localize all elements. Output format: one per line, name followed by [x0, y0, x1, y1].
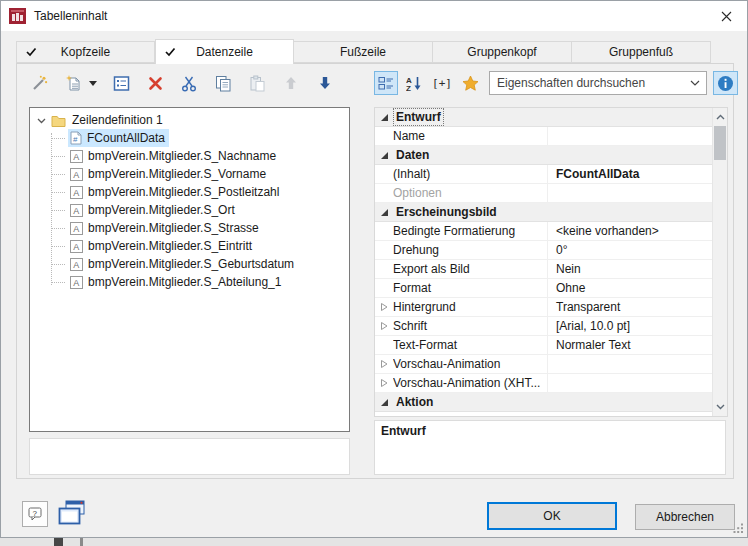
row-definition-tree: Zeilendefinition 1 # FCountAllData A bmp…: [29, 107, 350, 432]
property-row-bedingte-formatierung[interactable]: Bedingte Formatierung <keine vorhanden>: [375, 222, 712, 241]
chevron-down-icon[interactable]: [35, 116, 47, 125]
resize-grip[interactable]: [733, 523, 744, 534]
row-expander-icon[interactable]: [375, 279, 393, 297]
tree-item-bmpverein-mitglieder-s-ort[interactable]: A bmpVerein.Mitglieder.S_Ort: [30, 201, 349, 219]
format-wizard-icon[interactable]: [27, 71, 51, 95]
row-expander-icon[interactable]: [375, 317, 393, 335]
property-row-hintergrund[interactable]: Hintergrund Transparent: [375, 298, 712, 317]
row-expander-icon[interactable]: [375, 260, 393, 278]
tree-item-bmpverein-mitglieder-s-geburtsdatum[interactable]: A bmpVerein.Mitglieder.S_Geburtsdatum: [30, 255, 349, 273]
tree-item-fcountalldata[interactable]: # FCountAllData: [30, 129, 349, 147]
tree-item-bmpverein-mitglieder-s-postleitzahl[interactable]: A bmpVerein.Mitglieder.S_Postleitzahl: [30, 183, 349, 201]
tree-item-bmpverein-mitglieder-s-eintritt[interactable]: A bmpVerein.Mitglieder.S_Eintritt: [30, 237, 349, 255]
row-expander-icon[interactable]: [375, 374, 393, 392]
property-grid-scrollbar[interactable]: [712, 108, 727, 416]
cascade-windows-button[interactable]: [54, 497, 92, 529]
tab-kopfzeile[interactable]: Kopfzeile: [16, 41, 155, 63]
tab-gruppenfu[interactable]: Gruppenfuß: [572, 41, 711, 63]
tree-root-zeilendefinition[interactable]: Zeilendefinition 1: [30, 111, 349, 129]
cancel-button[interactable]: Abbrechen: [635, 504, 735, 530]
property-value[interactable]: FCountAllData: [547, 165, 712, 183]
property-value[interactable]: [Arial, 10.0 pt]: [547, 317, 712, 335]
close-button[interactable]: [705, 1, 747, 31]
tab-fu-zeile[interactable]: Fußzeile: [294, 41, 433, 63]
row-expander-icon[interactable]: [375, 127, 393, 145]
scroll-up-icon[interactable]: [713, 109, 727, 125]
property-row-text-format[interactable]: Text-Format Normaler Text: [375, 336, 712, 355]
row-expander-icon[interactable]: [375, 336, 393, 354]
tree-item-bmpverein-mitglieder-s-abteilung-1[interactable]: A bmpVerein.Mitglieder.S_Abteilung_1: [30, 273, 349, 291]
property-value[interactable]: Nein: [547, 260, 712, 278]
info-icon[interactable]: [713, 71, 738, 95]
expand-all-icon[interactable]: [+]: [430, 71, 454, 95]
property-row-name[interactable]: Name: [375, 127, 712, 146]
new-field-icon[interactable]: [61, 71, 85, 95]
move-down-icon[interactable]: [313, 71, 337, 95]
property-row-vorschau-animation[interactable]: Vorschau-Animation: [375, 355, 712, 374]
sort-az-icon[interactable]: AZ: [402, 71, 426, 95]
row-expander-icon[interactable]: [375, 184, 393, 202]
tree-item-bmpverein-mitglieder-s-strasse[interactable]: A bmpVerein.Mitglieder.S_Strasse: [30, 219, 349, 237]
scroll-down-icon[interactable]: [713, 399, 727, 415]
property-row-format[interactable]: Format Ohne: [375, 279, 712, 298]
property-value[interactable]: [547, 127, 712, 145]
new-field-dropdown-caret-icon[interactable]: [89, 71, 97, 95]
property-category-daten[interactable]: Daten: [375, 146, 712, 165]
paste-icon[interactable]: [245, 71, 269, 95]
property-value[interactable]: 0°: [547, 241, 712, 259]
delete-icon[interactable]: [143, 71, 167, 95]
ok-button[interactable]: OK: [487, 502, 617, 530]
tabstrip: Kopfzeile Datenzeile Fußzeile Gruppenkop…: [16, 39, 711, 64]
row-expander-icon[interactable]: [375, 298, 393, 316]
tab-gruppenkopf[interactable]: Gruppenkopf: [433, 41, 572, 63]
row-expander-icon[interactable]: [375, 241, 393, 259]
row-expander-icon[interactable]: [375, 165, 393, 183]
tab-datenzeile[interactable]: Datenzeile: [155, 39, 294, 64]
property-name: Name: [393, 127, 547, 145]
help-button[interactable]: ?: [22, 501, 48, 527]
cancel-button-label: Abbrechen: [656, 510, 714, 524]
property-row-export-als-bild[interactable]: Export als Bild Nein: [375, 260, 712, 279]
categorized-view-icon[interactable]: [374, 71, 398, 95]
text-field-icon: A: [70, 168, 83, 181]
cut-icon[interactable]: [177, 71, 201, 95]
property-value[interactable]: Normaler Text: [547, 336, 712, 354]
row-expander-icon[interactable]: [375, 355, 393, 373]
property-category-erscheinungsbild[interactable]: Erscheinungsbild: [375, 203, 712, 222]
background-window-strip: [0, 538, 748, 546]
tab-label: Fußzeile: [340, 45, 386, 59]
text-field-icon: A: [70, 258, 83, 271]
category-expanded-icon[interactable]: [375, 203, 393, 221]
property-row-schrift[interactable]: Schrift [Arial, 10.0 pt]: [375, 317, 712, 336]
row-expander-icon[interactable]: [375, 222, 393, 240]
category-expanded-icon[interactable]: [375, 108, 393, 126]
edit-fields-icon[interactable]: [109, 71, 133, 95]
cascade-windows-icon: [58, 500, 88, 527]
favorites-star-icon[interactable]: [458, 71, 482, 95]
ok-button-label: OK: [543, 509, 560, 523]
search-properties-combobox[interactable]: Eigenschaften durchsuchen: [489, 71, 707, 95]
property-category-aktion[interactable]: Aktion: [375, 393, 712, 412]
property-row-drehung[interactable]: Drehung 0°: [375, 241, 712, 260]
property-value[interactable]: [547, 355, 712, 373]
property-row-optionen[interactable]: Optionen: [375, 184, 712, 203]
tree-item-bmpverein-mitglieder-s-vorname[interactable]: A bmpVerein.Mitglieder.S_Vorname: [30, 165, 349, 183]
property-row-inhalt[interactable]: (Inhalt) FCountAllData: [375, 165, 712, 184]
text-field-icon: A: [70, 240, 83, 253]
property-value[interactable]: Ohne: [547, 279, 712, 297]
property-value[interactable]: [547, 184, 712, 202]
category-expanded-icon[interactable]: [375, 146, 393, 164]
property-value[interactable]: <keine vorhanden>: [547, 222, 712, 240]
property-value[interactable]: Transparent: [547, 298, 712, 316]
scrollbar-thumb[interactable]: [714, 126, 726, 160]
svg-text:A: A: [73, 206, 79, 216]
property-row-vorschau-animation-xht[interactable]: Vorschau-Animation (XHT...: [375, 374, 712, 393]
copy-icon[interactable]: [211, 71, 235, 95]
checkmark-icon: [26, 47, 37, 57]
property-value[interactable]: [547, 374, 712, 392]
svg-text:A: A: [73, 152, 79, 162]
category-expanded-icon[interactable]: [375, 393, 393, 411]
tree-item-bmpverein-mitglieder-s-nachname[interactable]: A bmpVerein.Mitglieder.S_Nachname: [30, 147, 349, 165]
move-up-icon[interactable]: [279, 71, 303, 95]
property-category-entwurf[interactable]: Entwurf: [375, 108, 712, 127]
